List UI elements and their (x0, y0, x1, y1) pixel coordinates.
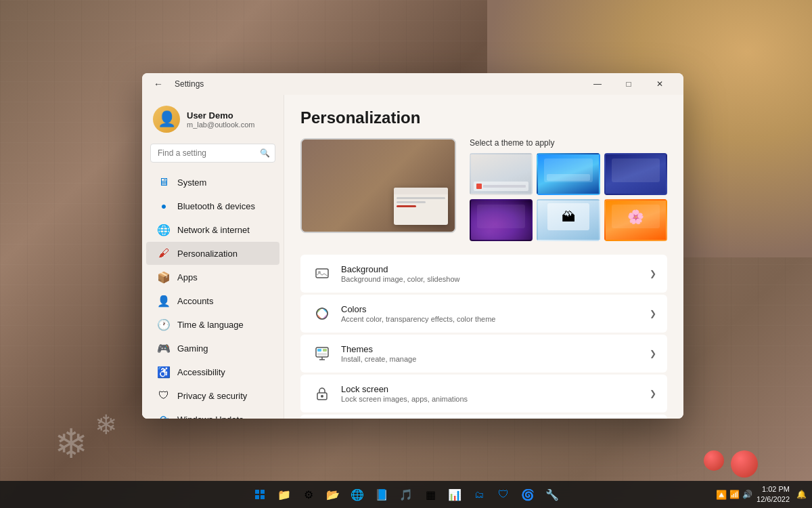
search-box: 🔍 (150, 144, 275, 163)
settings-item-colors[interactable]: Colors Accent color, transparency effect… (300, 295, 667, 333)
nav-label-gaming: Gaming (177, 343, 208, 354)
taskbar-data[interactable]: 📊 (444, 484, 466, 505)
user-info: User Demo m_lab@outlook.com (187, 110, 254, 129)
themes-title: Themes (341, 344, 650, 354)
search-icon: 🔍 (260, 148, 270, 158)
nav-item-gaming[interactable]: 🎮 Gaming (146, 337, 279, 360)
taskbar-edge[interactable]: 🌐 (346, 484, 368, 505)
svg-rect-0 (316, 269, 328, 278)
nav-item-update[interactable]: ⟳ Windows Update (146, 408, 279, 419)
close-button[interactable]: ✕ (644, 73, 675, 95)
background-title: Background (341, 264, 650, 274)
taskbar-system-icons: 🔼 📶 🔊 (716, 490, 752, 500)
svg-rect-7 (317, 353, 327, 356)
window-body: 👤 User Demo m_lab@outlook.com 🔍 🖥 System (142, 95, 683, 419)
sidebar: 👤 User Demo m_lab@outlook.com 🔍 🖥 System (142, 95, 284, 419)
taskbar-security[interactable]: 🛡 (493, 484, 514, 505)
themes-chevron: ❯ (650, 349, 656, 358)
settings-item-themes[interactable]: Themes Install, create, manage ❯ (300, 335, 667, 373)
desktop: ❄ ❄ ← Settings ― □ ✕ 👤 (0, 0, 812, 508)
maximize-button[interactable]: □ (613, 73, 644, 95)
theme-thumb-6[interactable]: 🌸 (604, 199, 667, 241)
nav-label-accounts: Accounts (177, 296, 213, 306)
colors-desc: Accent color, transparency effects, colo… (341, 315, 650, 323)
mini-win-bar (394, 188, 448, 194)
taskbar-file-explorer[interactable]: 📁 (273, 484, 295, 505)
taskbar-grid[interactable]: ▦ (420, 484, 441, 505)
lockscreen-text: Lock screen Lock screen images, apps, an… (341, 384, 650, 403)
theme-grid: 🏔 🌸 (470, 153, 667, 241)
taskbar-files[interactable]: 🗂 (468, 484, 490, 505)
theme-grid-label: Select a theme to apply (470, 138, 667, 148)
background-icon (311, 263, 333, 284)
taskbar-network-icon[interactable]: 🔼 (716, 490, 727, 500)
mini-line-1 (397, 197, 445, 199)
theme-thumb-5[interactable]: 🏔 (537, 199, 600, 241)
nav-item-accounts[interactable]: 👤 Accounts (146, 289, 279, 312)
svg-rect-18 (261, 490, 265, 494)
nav-item-system[interactable]: 🖥 System (146, 171, 279, 194)
nav-item-personalization[interactable]: 🖌 Personalization (146, 242, 279, 265)
svg-rect-17 (255, 490, 259, 494)
nav-label-network: Network & internet (177, 225, 250, 235)
theme-thumb-4[interactable] (470, 199, 533, 241)
svg-rect-20 (261, 495, 265, 499)
taskbar-tools[interactable]: 🔧 (541, 484, 563, 505)
mini-line-3 (397, 205, 416, 207)
system-icon: 🖥 (157, 175, 171, 189)
privacy-icon: 🛡 (157, 389, 171, 402)
nav-item-network[interactable]: 🌐 Network & internet (146, 218, 279, 241)
gaming-icon: 🎮 (157, 341, 171, 355)
taskbar-center: 📁 ⚙ 📂 🌐 📘 🎵 ▦ 📊 🗂 🛡 🌀 🔧 (249, 484, 563, 505)
svg-rect-6 (323, 349, 327, 352)
themes-desc: Install, create, manage (341, 355, 650, 363)
bluetooth-icon: ● (157, 199, 171, 213)
background-desc: Background image, color, slideshow (341, 275, 650, 283)
settings-item-textinput[interactable]: Text input Touch keyboard, voice typing,… (300, 415, 667, 419)
theme-grid-section: Select a theme to apply (470, 138, 667, 241)
theme-thumb-3[interactable] (604, 153, 667, 195)
colors-icon (311, 303, 333, 324)
title-bar: ← Settings ― □ ✕ (142, 73, 683, 95)
taskbar-notification[interactable]: 🔔 (796, 490, 807, 499)
user-email: m_lab@outlook.com (187, 121, 254, 129)
settings-item-lockscreen[interactable]: Lock screen Lock screen images, apps, an… (300, 375, 667, 412)
settings-list: Background Background image, color, slid… (300, 255, 667, 419)
nav-label-apps: Apps (177, 272, 198, 282)
user-profile[interactable]: 👤 User Demo m_lab@outlook.com (142, 100, 284, 144)
current-theme-preview (300, 138, 456, 233)
nav-item-time[interactable]: 🕐 Time & language (146, 313, 279, 336)
taskbar-settings[interactable]: ⚙ (298, 484, 319, 505)
update-icon: ⟳ (157, 412, 171, 419)
nav-label-privacy: Privacy & security (177, 391, 247, 401)
taskbar-sound-icon[interactable]: 🔊 (742, 490, 752, 499)
nav-item-bluetooth[interactable]: ● Bluetooth & devices (146, 194, 279, 217)
theme-thumb-2[interactable] (537, 153, 600, 195)
accounts-icon: 👤 (157, 294, 171, 308)
lockscreen-icon (311, 383, 333, 404)
nav-item-accessibility[interactable]: ♿ Accessibility (146, 360, 279, 383)
taskbar-folder[interactable]: 📂 (322, 484, 344, 505)
search-input[interactable] (150, 144, 275, 163)
user-name: User Demo (187, 110, 254, 121)
taskbar-start[interactable] (249, 484, 271, 505)
nav-label-personalization: Personalization (177, 249, 238, 259)
nav-label-time: Time & language (177, 320, 244, 330)
window-controls: ― □ ✕ (582, 73, 675, 95)
taskbar-wifi-icon[interactable]: 📶 (729, 490, 740, 499)
taskbar-teams[interactable]: 📘 (371, 484, 392, 505)
nav-label-bluetooth: Bluetooth & devices (177, 201, 255, 211)
taskbar-clock[interactable]: 1:02 PM 12/6/2022 (757, 484, 790, 505)
title-bar-controls: ← Settings (150, 76, 204, 92)
nav-item-apps[interactable]: 📦 Apps (146, 266, 279, 289)
back-button[interactable]: ← (150, 76, 166, 92)
settings-item-background[interactable]: Background Background image, color, slid… (300, 255, 667, 293)
nav-item-privacy[interactable]: 🛡 Privacy & security (146, 384, 279, 407)
nav-label-accessibility: Accessibility (177, 367, 225, 377)
taskbar-media[interactable]: 🎵 (395, 484, 417, 505)
taskbar-vpn[interactable]: 🌀 (517, 484, 539, 505)
background-chevron: ❯ (650, 269, 656, 278)
minimize-button[interactable]: ― (582, 73, 613, 95)
theme-thumb-1[interactable] (470, 153, 533, 195)
theme-section: Select a theme to apply (300, 138, 667, 241)
